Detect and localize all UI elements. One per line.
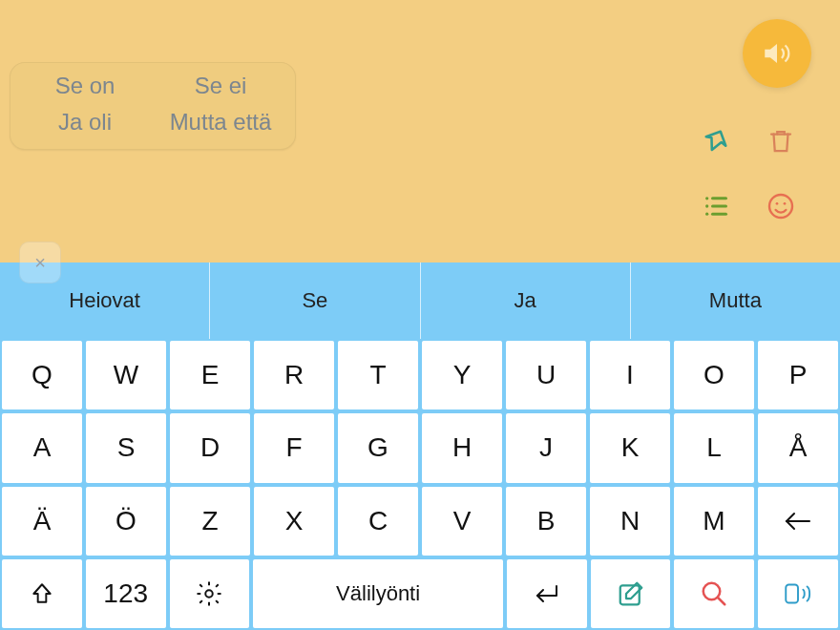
key-backspace[interactable]: [758, 487, 838, 556]
speaker-icon: [761, 37, 793, 70]
speak-button[interactable]: [743, 19, 811, 88]
key-settings[interactable]: [170, 559, 250, 628]
key-g[interactable]: G: [338, 413, 418, 482]
dismiss-button[interactable]: ×: [19, 242, 61, 284]
key-v[interactable]: V: [422, 487, 502, 556]
keyboard-row-4: 123 Välilyönti: [2, 559, 838, 628]
svg-point-2: [705, 204, 708, 207]
key-b[interactable]: B: [506, 487, 586, 556]
key-u[interactable]: U: [506, 341, 586, 410]
smile-icon: [766, 191, 796, 221]
phrase-suggestions: Se on Se ei Ja oli Mutta että: [10, 62, 296, 150]
key-odiaeresis[interactable]: Ö: [86, 487, 166, 556]
key-e[interactable]: E: [170, 341, 250, 410]
phrase-option[interactable]: Se on: [22, 73, 148, 99]
key-compose[interactable]: [591, 559, 671, 628]
list-button[interactable]: [700, 193, 732, 223]
key-k[interactable]: K: [590, 413, 670, 482]
key-j[interactable]: J: [506, 413, 586, 482]
delete-button[interactable]: [766, 125, 795, 161]
search-icon: [700, 579, 728, 608]
svg-rect-14: [786, 584, 798, 602]
key-l[interactable]: L: [674, 413, 754, 482]
key-o[interactable]: O: [674, 341, 754, 410]
backspace-icon: [783, 510, 813, 533]
prediction-word[interactable]: Mutta: [631, 262, 840, 339]
compose-icon: [617, 579, 645, 608]
key-a[interactable]: A: [2, 413, 82, 482]
key-s[interactable]: S: [86, 413, 166, 482]
key-z[interactable]: Z: [170, 487, 250, 556]
key-i[interactable]: I: [590, 341, 670, 410]
trash-icon: [766, 125, 795, 158]
svg-point-0: [705, 197, 708, 200]
key-search[interactable]: [674, 559, 754, 628]
key-t[interactable]: T: [338, 341, 418, 410]
key-aring[interactable]: Å: [758, 413, 838, 482]
share-button[interactable]: [700, 125, 732, 161]
key-w[interactable]: W: [86, 341, 166, 410]
message-canvas: Se on Se ei Ja oli Mutta että ×: [0, 0, 840, 262]
key-x[interactable]: X: [254, 487, 334, 556]
svg-rect-11: [620, 585, 639, 604]
phone-speak-icon: [782, 579, 814, 608]
svg-point-10: [206, 590, 214, 598]
key-c[interactable]: C: [338, 487, 418, 556]
toolbar: [683, 119, 813, 232]
key-r[interactable]: R: [254, 341, 334, 410]
shift-icon: [30, 581, 54, 606]
key-enter[interactable]: [507, 559, 587, 628]
svg-line-13: [718, 598, 725, 605]
key-y[interactable]: Y: [422, 341, 502, 410]
phrase-option[interactable]: Mutta että: [158, 109, 284, 136]
key-f[interactable]: F: [254, 413, 334, 482]
prediction-word[interactable]: Ja: [421, 262, 631, 339]
list-icon: [700, 193, 732, 220]
key-h[interactable]: H: [422, 413, 502, 482]
phrase-option[interactable]: Ja oli: [22, 109, 148, 136]
key-numbers[interactable]: 123: [86, 559, 166, 628]
app-root: Se on Se ei Ja oli Mutta että × Heiovat …: [0, 0, 840, 630]
return-icon: [532, 582, 562, 605]
key-space[interactable]: Välilyönti: [253, 559, 502, 628]
svg-point-6: [769, 195, 792, 218]
share-icon: [700, 125, 732, 158]
svg-point-8: [784, 202, 787, 205]
key-device[interactable]: [758, 559, 838, 628]
prediction-bar: Heiovat Se Ja Mutta: [0, 262, 840, 339]
emoji-button[interactable]: [766, 191, 796, 225]
key-q[interactable]: Q: [2, 341, 82, 410]
key-shift[interactable]: [2, 559, 82, 628]
svg-point-7: [776, 202, 779, 205]
keyboard: Q W E R T Y U I O P A S D F G H J K L Å …: [0, 339, 840, 630]
key-n[interactable]: N: [590, 487, 670, 556]
key-d[interactable]: D: [170, 413, 250, 482]
keyboard-row-2: A S D F G H J K L Å: [2, 413, 838, 482]
phrase-option[interactable]: Se ei: [158, 73, 284, 99]
key-p[interactable]: P: [758, 341, 838, 410]
keyboard-row-3: Ä Ö Z X C V B N M: [2, 487, 838, 556]
keyboard-row-1: Q W E R T Y U I O P: [2, 341, 838, 410]
key-adiaeresis[interactable]: Ä: [2, 487, 82, 556]
svg-point-4: [705, 213, 708, 216]
gear-icon: [195, 579, 223, 608]
close-icon: ×: [34, 252, 46, 274]
key-m[interactable]: M: [674, 487, 754, 556]
prediction-word[interactable]: Se: [210, 262, 420, 339]
